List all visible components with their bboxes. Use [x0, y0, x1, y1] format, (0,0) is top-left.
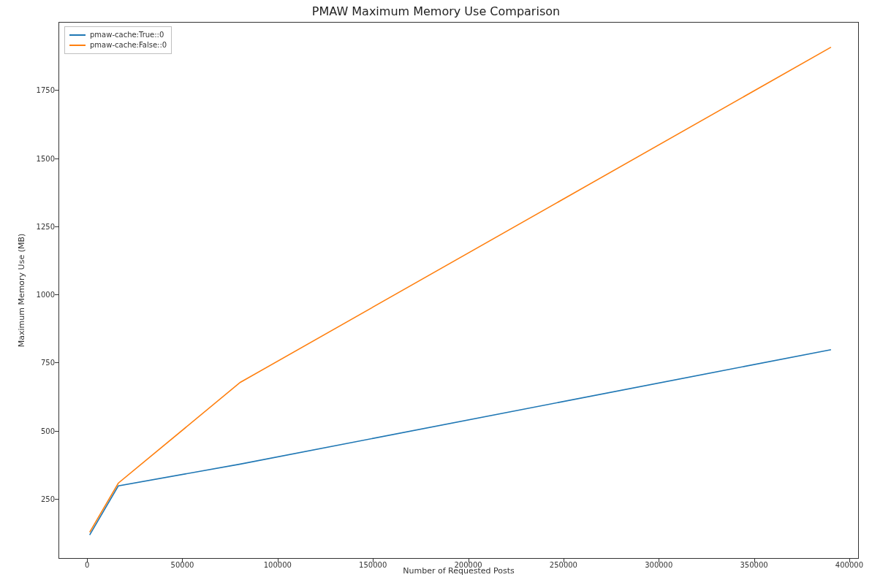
legend: pmaw-cache:True::0pmaw-cache:False::0 — [64, 26, 172, 54]
y-tick-label: 250 — [41, 495, 55, 503]
y-tick-mark — [55, 159, 58, 159]
y-tick-label: 500 — [41, 427, 55, 435]
y-tick-label: 1500 — [37, 154, 55, 162]
y-tick-label: 1000 — [37, 291, 55, 299]
chart-title: PMAW Maximum Memory Use Comparison — [0, 4, 872, 18]
y-axis-label: Maximum Memory Use (MB) — [15, 22, 29, 559]
plot-area — [58, 22, 859, 559]
x-tick-label: 0 — [85, 561, 89, 569]
y-tick-mark — [55, 226, 58, 227]
legend-label: pmaw-cache:True::0 — [90, 30, 164, 40]
x-tick-label: 150000 — [359, 561, 387, 569]
legend-swatch — [69, 45, 86, 46]
series-line — [90, 350, 831, 535]
legend-item: pmaw-cache:False::0 — [69, 40, 167, 50]
legend-item: pmaw-cache:True::0 — [69, 30, 167, 40]
x-tick-label: 50000 — [171, 561, 194, 569]
x-tick-label: 400000 — [835, 561, 863, 569]
y-tick-label: 1750 — [37, 86, 55, 94]
x-tick-label: 250000 — [550, 561, 577, 569]
y-tick-label: 750 — [41, 359, 55, 367]
x-tick-label: 300000 — [645, 561, 672, 569]
y-tick-mark — [55, 362, 58, 363]
y-tick-mark — [55, 294, 58, 295]
y-tick-mark — [55, 90, 58, 91]
chart-lines — [59, 23, 860, 560]
chart-figure: PMAW Maximum Memory Use Comparison Maxim… — [0, 0, 872, 588]
y-tick-label: 1250 — [37, 222, 55, 230]
legend-swatch — [69, 34, 86, 36]
y-tick-mark — [55, 431, 58, 432]
y-tick-mark — [55, 499, 58, 500]
x-tick-label: 350000 — [740, 561, 768, 569]
x-tick-label: 100000 — [264, 561, 292, 569]
legend-label: pmaw-cache:False::0 — [90, 40, 167, 50]
x-tick-label: 200000 — [454, 561, 482, 569]
series-line — [90, 47, 831, 532]
